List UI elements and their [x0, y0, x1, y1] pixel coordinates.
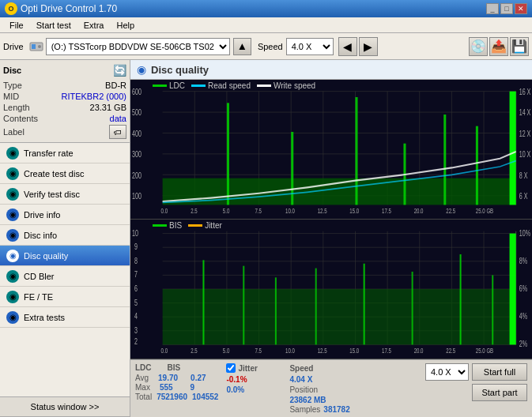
fe-te-label: FE / TE: [24, 292, 53, 302]
disc-info-icon: ◉: [6, 229, 19, 242]
sidebar-item-disc-info[interactable]: ◉ Disc info: [0, 225, 130, 246]
start-full-button[interactable]: Start full: [472, 363, 527, 381]
jitter-label: Jitter: [205, 221, 222, 230]
svg-text:7.5: 7.5: [255, 347, 261, 355]
sidebar-item-drive-info[interactable]: ◉ Drive info: [0, 205, 130, 225]
test-speed-select[interactable]: 4.0 X: [425, 363, 469, 381]
svg-text:6 X: 6 X: [519, 192, 528, 201]
bis-color: [153, 224, 167, 227]
cd-bler-icon: ◉: [6, 270, 19, 283]
svg-text:300: 300: [132, 150, 141, 160]
disc-refresh-icon[interactable]: 🔄: [112, 63, 126, 77]
content-icon: ◉: [137, 63, 146, 76]
sidebar-item-extra-tests[interactable]: ◉ Extra tests: [0, 307, 130, 328]
svg-text:0.0: 0.0: [161, 347, 168, 355]
avg-ldc: 19.70: [158, 374, 178, 382]
svg-text:8 X: 8 X: [519, 171, 528, 180]
forward-button[interactable]: ▶: [359, 37, 378, 56]
svg-rect-78: [364, 264, 365, 345]
svg-text:2: 2: [134, 337, 138, 347]
sidebar-item-verify-test-disc[interactable]: ◉ Verify test disc: [0, 184, 130, 205]
speed-header: Speed: [289, 364, 313, 373]
ldc-color: [153, 85, 167, 87]
disc-quality-icon: ◉: [6, 250, 19, 262]
write-speed-color: [257, 85, 271, 87]
menu-start-test[interactable]: Start test: [30, 20, 77, 31]
maximize-button[interactable]: □: [500, 3, 513, 14]
svg-text:6%: 6%: [519, 284, 527, 294]
total-bis: 104552: [192, 393, 218, 401]
disc-icon[interactable]: 💿: [469, 37, 488, 56]
menu-file[interactable]: File: [3, 20, 30, 31]
label-key: Label: [3, 127, 25, 137]
legend-write-speed: Write speed: [257, 81, 315, 90]
svg-text:2.5: 2.5: [191, 347, 197, 355]
jitter-color: [188, 224, 202, 227]
svg-text:200: 200: [132, 171, 141, 180]
max-jitter: 0.0%: [226, 385, 244, 394]
sidebar-item-transfer-rate[interactable]: ◉ Transfer rate: [0, 143, 130, 163]
transfer-rate-icon: ◉: [6, 147, 19, 160]
create-test-disc-label: Create test disc: [24, 169, 84, 178]
main-content: Disc 🔄 Type BD-R MID RITEKBR2 (000) Leng…: [0, 60, 532, 417]
svg-rect-24: [355, 97, 357, 205]
svg-text:6: 6: [134, 284, 138, 294]
jitter-col: Jitter -0.1% 0.0%: [226, 363, 281, 395]
save-icon[interactable]: 💾: [510, 37, 529, 56]
title-bar: O Opti Drive Control 1.70 _ □ ✕: [0, 0, 532, 17]
sidebar-item-disc-quality[interactable]: ◉ Disc quality: [0, 246, 130, 266]
svg-text:12.5: 12.5: [318, 347, 327, 355]
svg-rect-82: [510, 234, 516, 345]
transfer-rate-label: Transfer rate: [24, 148, 74, 158]
fe-te-icon: ◉: [6, 291, 19, 303]
legend-bis: BIS: [153, 221, 182, 230]
svg-rect-80: [460, 254, 462, 344]
sidebar-item-fe-te[interactable]: ◉ FE / TE: [0, 287, 130, 307]
stats-row: LDC BIS Avg 19.70 0.27 Max 555 9 Total: [135, 363, 527, 414]
max-ldc: 555: [160, 383, 173, 392]
bottom-legend: BIS Jitter: [153, 221, 222, 230]
eject-button[interactable]: ▲: [233, 38, 251, 55]
sidebar-item-cd-bler[interactable]: ◉ CD Bler: [0, 266, 130, 287]
svg-text:17.5: 17.5: [382, 347, 391, 355]
avg-bis: 0.27: [191, 374, 206, 382]
jitter-header: Jitter: [238, 364, 257, 373]
disc-info-label: Disc info: [24, 231, 57, 240]
menu-help[interactable]: Help: [110, 20, 141, 31]
svg-text:4: 4: [134, 312, 138, 321]
speed-select[interactable]: 4.0 X: [286, 38, 334, 55]
export-icon[interactable]: 📤: [489, 37, 508, 56]
disc-quality-label: Disc quality: [24, 251, 68, 261]
svg-rect-77: [315, 269, 317, 345]
svg-text:20.0: 20.0: [414, 207, 424, 215]
svg-text:500: 500: [132, 108, 141, 118]
svg-text:8%: 8%: [519, 256, 527, 265]
close-button[interactable]: ✕: [515, 3, 527, 14]
disc-section: Disc 🔄 Type BD-R MID RITEKBR2 (000) Leng…: [0, 60, 130, 143]
disc-title: Disc: [3, 66, 21, 75]
nav-items: ◉ Transfer rate ◉ Create test disc ◉ Ver…: [0, 143, 130, 396]
minimize-button[interactable]: _: [486, 3, 499, 14]
svg-rect-73: [163, 289, 516, 344]
max-label: Max: [135, 383, 150, 392]
sidebar-item-create-test-disc[interactable]: ◉ Create test disc: [0, 163, 130, 184]
content-area: ◉ Disc quality LDC Read speed: [130, 60, 532, 417]
type-value: BD-R: [105, 81, 126, 90]
stats-area: LDC BIS Avg 19.70 0.27 Max 555 9 Total: [130, 359, 532, 417]
menu-extra[interactable]: Extra: [77, 20, 111, 31]
svg-text:400: 400: [132, 130, 141, 139]
drive-select[interactable]: (O:) TSSTcorp BDDVDW SE-506CB TS02: [46, 38, 230, 55]
ldc-label: LDC: [169, 81, 185, 90]
start-part-button[interactable]: Start part: [472, 384, 527, 401]
window-controls: _ □ ✕: [486, 3, 527, 14]
svg-text:3: 3: [134, 325, 138, 335]
svg-text:16 X: 16 X: [519, 88, 531, 97]
back-button[interactable]: ◀: [338, 37, 357, 56]
status-window-button[interactable]: Status window >>: [0, 396, 130, 417]
mid-key: MID: [3, 92, 19, 101]
label-icon[interactable]: 🏷: [109, 125, 126, 139]
svg-text:7.5: 7.5: [255, 207, 261, 215]
svg-text:22.5: 22.5: [446, 207, 455, 215]
jitter-checkbox[interactable]: [226, 363, 236, 373]
max-bis: 9: [191, 383, 195, 392]
